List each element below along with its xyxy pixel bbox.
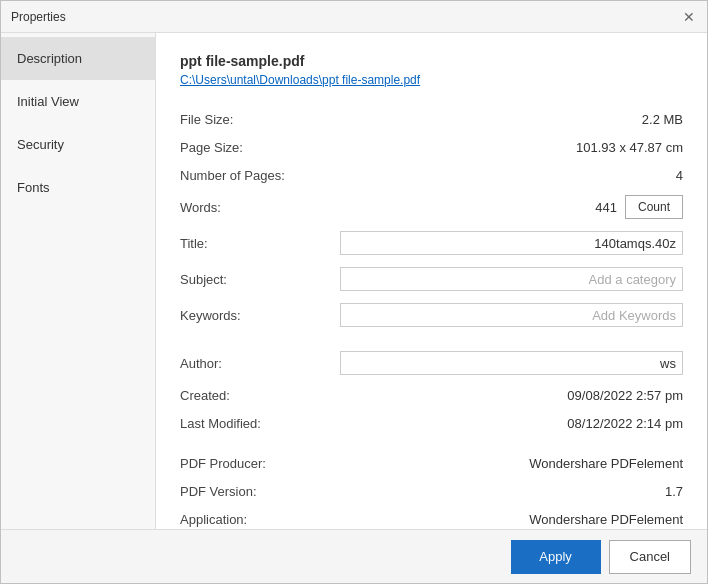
application-value: Wondershare PDFelement: [340, 512, 683, 527]
num-pages-value: 4: [340, 168, 683, 183]
file-path[interactable]: C:\Users\untal\Downloads\ppt file-sample…: [180, 73, 683, 87]
pdf-producer-label: PDF Producer:: [180, 456, 340, 471]
main-panel: ppt file-sample.pdf C:\Users\untal\Downl…: [156, 33, 707, 529]
content-area: Description Initial View Security Fonts …: [1, 33, 707, 529]
titlebar: Properties ✕: [1, 1, 707, 33]
subject-row: Subject:: [180, 261, 683, 297]
pdf-version-row: PDF Version: 1.7: [180, 477, 683, 505]
pdf-producer-row: PDF Producer: Wondershare PDFelement: [180, 449, 683, 477]
pdf-version-label: PDF Version:: [180, 484, 340, 499]
apply-button[interactable]: Apply: [511, 540, 601, 574]
subject-input[interactable]: [340, 267, 683, 291]
created-row: Created: 09/08/2022 2:57 pm: [180, 381, 683, 409]
sidebar-item-fonts[interactable]: Fonts: [1, 166, 155, 209]
keywords-label: Keywords:: [180, 308, 340, 323]
title-row: Title:: [180, 225, 683, 261]
application-label: Application:: [180, 512, 340, 527]
subject-label: Subject:: [180, 272, 340, 287]
author-label: Author:: [180, 356, 340, 371]
title-label: Title:: [180, 236, 340, 251]
page-size-label: Page Size:: [180, 140, 340, 155]
last-modified-label: Last Modified:: [180, 416, 340, 431]
words-label: Words:: [180, 200, 340, 215]
created-label: Created:: [180, 388, 340, 403]
keywords-row: Keywords:: [180, 297, 683, 333]
sidebar: Description Initial View Security Fonts: [1, 33, 156, 529]
author-row: Author:: [180, 345, 683, 381]
words-row: Words: 441 Count: [180, 189, 683, 225]
properties-window: Properties ✕ Description Initial View Se…: [0, 0, 708, 584]
close-button[interactable]: ✕: [681, 9, 697, 25]
cancel-button[interactable]: Cancel: [609, 540, 691, 574]
keywords-input[interactable]: [340, 303, 683, 327]
pdf-producer-value: Wondershare PDFelement: [340, 456, 683, 471]
file-size-row: File Size: 2.2 MB: [180, 105, 683, 133]
file-size-label: File Size:: [180, 112, 340, 127]
sidebar-item-security[interactable]: Security: [1, 123, 155, 166]
words-value: 441: [340, 200, 617, 215]
count-button[interactable]: Count: [625, 195, 683, 219]
application-row: Application: Wondershare PDFelement: [180, 505, 683, 529]
file-size-value: 2.2 MB: [340, 112, 683, 127]
num-pages-label: Number of Pages:: [180, 168, 340, 183]
sidebar-item-initial-view[interactable]: Initial View: [1, 80, 155, 123]
sidebar-item-description[interactable]: Description: [1, 37, 155, 80]
num-pages-row: Number of Pages: 4: [180, 161, 683, 189]
pdf-version-value: 1.7: [340, 484, 683, 499]
last-modified-row: Last Modified: 08/12/2022 2:14 pm: [180, 409, 683, 437]
created-value: 09/08/2022 2:57 pm: [340, 388, 683, 403]
title-input[interactable]: [340, 231, 683, 255]
author-input[interactable]: [340, 351, 683, 375]
last-modified-value: 08/12/2022 2:14 pm: [340, 416, 683, 431]
file-name: ppt file-sample.pdf: [180, 53, 683, 69]
footer: Apply Cancel: [1, 529, 707, 583]
page-size-row: Page Size: 101.93 x 47.87 cm: [180, 133, 683, 161]
window-title: Properties: [11, 10, 66, 24]
page-size-value: 101.93 x 47.87 cm: [340, 140, 683, 155]
